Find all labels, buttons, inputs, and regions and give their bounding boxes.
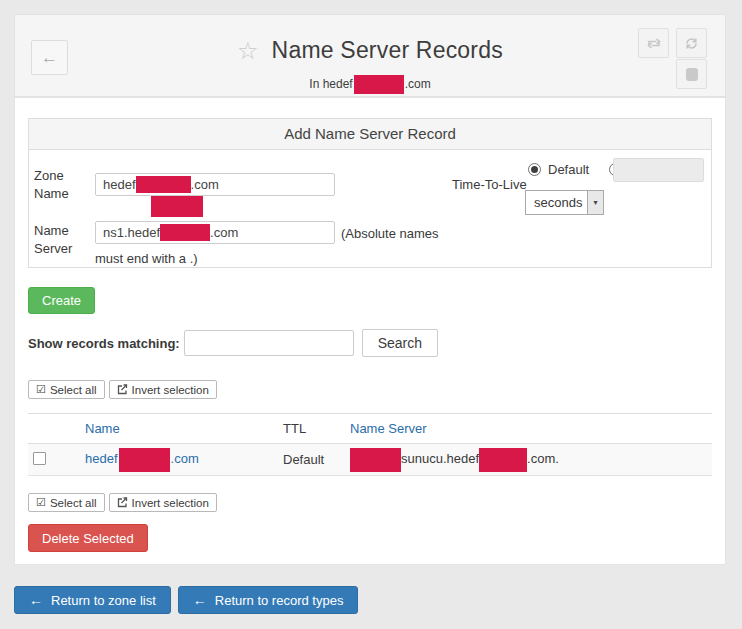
redaction-box xyxy=(136,176,191,193)
absolute-names-hint-line1: (Absolute names xyxy=(341,226,439,241)
subtitle-prefix: In hedef xyxy=(309,77,352,91)
sort-by-name-server-link[interactable]: Name Server xyxy=(350,421,427,436)
ttl-default-radio-label: Default xyxy=(548,162,589,177)
row-checkbox[interactable] xyxy=(33,452,46,465)
invert-arrow-icon xyxy=(117,384,128,395)
favorite-star-icon[interactable]: ☆ xyxy=(237,39,259,63)
main-panel: Add Name Server Record Zone Name hedef.c… xyxy=(14,97,726,565)
ttl-value-input[interactable] xyxy=(613,158,704,182)
page-title: Name Server Records xyxy=(272,37,503,64)
select-all-button-bottom[interactable]: ☑ Select all xyxy=(28,493,105,512)
return-types-label: Return to record types xyxy=(215,593,344,608)
record-name-prefix: hedef xyxy=(85,451,118,466)
refresh-button[interactable] xyxy=(676,28,707,58)
record-ns-suffix: .com. xyxy=(527,451,559,466)
checked-box-icon: ☑ xyxy=(36,497,46,508)
reload-module-button[interactable] xyxy=(638,28,669,58)
invert-arrow-icon xyxy=(117,497,128,508)
redaction-box xyxy=(119,448,170,472)
chevron-down-icon: ▾ xyxy=(587,191,603,214)
subtitle-suffix: .com xyxy=(405,77,431,91)
invert-selection-label: Invert selection xyxy=(132,384,209,396)
left-arrow-icon: ← xyxy=(29,592,43,608)
form-title: Add Name Server Record xyxy=(29,119,711,150)
repeat-icon xyxy=(646,37,662,50)
ttl-label: Time-To-Live xyxy=(452,177,527,192)
ttl-column-header: TTL xyxy=(278,414,350,444)
zone-name-value-prefix: hedef xyxy=(103,177,136,192)
left-arrow-icon: ← xyxy=(193,592,207,608)
search-label: Show records matching: xyxy=(28,336,180,351)
select-all-label: Select all xyxy=(50,497,97,509)
page-subtitle: In hedef.com xyxy=(15,75,725,94)
select-all-label: Select all xyxy=(50,384,97,396)
select-all-button[interactable]: ☑ Select all xyxy=(28,380,105,399)
zone-name-value-suffix: .com xyxy=(191,177,219,192)
table-header-row: Name TTL Name Server xyxy=(28,414,712,444)
name-server-value-prefix: ns1.hedef xyxy=(103,225,160,240)
page-header: ← ☆ Name Server Records In hedef.com xyxy=(14,14,726,97)
zone-name-label: Zone Name xyxy=(34,167,86,203)
record-ttl-value: Default xyxy=(278,444,350,476)
table-row: hedef.com Default sunucu.hedef.com. xyxy=(28,444,712,476)
record-name-link[interactable]: hedef.com xyxy=(85,451,199,466)
name-server-input[interactable]: ns1.hedef.com xyxy=(95,221,335,244)
sort-by-name-link[interactable]: Name xyxy=(85,421,120,436)
ttl-unit-selected: seconds xyxy=(526,191,587,214)
name-server-value-suffix: .com xyxy=(210,225,238,240)
zone-name-input[interactable]: hedef.com xyxy=(95,173,335,196)
header-checkbox-column xyxy=(28,414,83,444)
record-name-server-value: sunucu.hedef.com. xyxy=(350,444,712,476)
redaction-box xyxy=(151,196,203,217)
invert-selection-label: Invert selection xyxy=(132,497,209,509)
return-zone-label: Return to zone list xyxy=(51,593,156,608)
invert-selection-button-bottom[interactable]: Invert selection xyxy=(109,493,217,512)
search-button[interactable]: Search xyxy=(362,329,438,357)
records-table: Name TTL Name Server hedef.com Default s… xyxy=(28,413,712,476)
create-button[interactable]: Create xyxy=(28,287,95,314)
stop-button[interactable] xyxy=(676,59,707,89)
name-server-label: Name Server xyxy=(34,222,86,258)
add-record-form: Add Name Server Record Zone Name hedef.c… xyxy=(28,118,712,268)
return-to-record-types-button[interactable]: ← Return to record types xyxy=(178,586,359,614)
refresh-icon xyxy=(684,36,699,51)
record-ns-text: sunucu.hedef xyxy=(401,451,479,466)
redaction-box xyxy=(479,448,527,472)
ttl-unit-select[interactable]: seconds ▾ xyxy=(525,190,604,215)
redaction-box xyxy=(350,448,401,472)
search-input[interactable] xyxy=(184,330,354,356)
return-to-zone-list-button[interactable]: ← Return to zone list xyxy=(14,586,171,614)
delete-selected-button[interactable]: Delete Selected xyxy=(28,524,148,552)
redaction-box xyxy=(160,224,210,241)
invert-selection-button[interactable]: Invert selection xyxy=(109,380,217,399)
record-name-suffix: .com xyxy=(171,451,199,466)
redaction-box xyxy=(354,75,404,94)
stop-square-icon xyxy=(686,68,698,81)
checked-box-icon: ☑ xyxy=(36,384,46,395)
ttl-default-radio[interactable] xyxy=(528,163,541,176)
absolute-names-hint-line2: must end with a .) xyxy=(95,251,198,266)
